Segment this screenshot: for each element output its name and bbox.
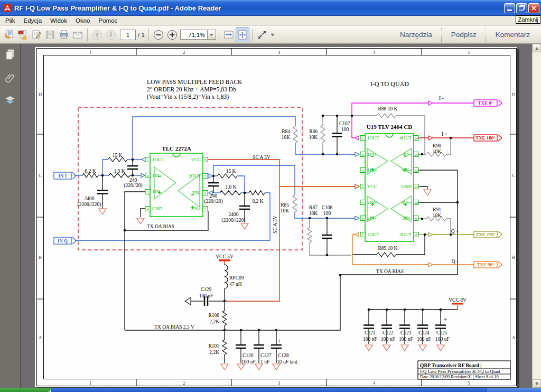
schematic-label: VCC bbox=[191, 157, 201, 162]
chevron-down-icon bbox=[209, 33, 213, 37]
vertical-scrollbar[interactable]: ▲ ▼ bbox=[532, 44, 541, 388]
schematic-label: 1 bbox=[89, 380, 91, 386]
restore-button[interactable] bbox=[516, 3, 527, 13]
schematic-label: B bbox=[39, 255, 42, 260]
zoom-in-button[interactable] bbox=[165, 27, 179, 42]
document-canvas[interactable]: 1122334455DDCCBBAA11OUT21IN-31IN+4GND8VC… bbox=[21, 44, 532, 388]
schematic-label: U19 TLV 2464 CD bbox=[367, 124, 412, 130]
schematic-label: TXE 90° bbox=[477, 262, 495, 267]
schematic-label: + bbox=[278, 338, 282, 345]
save-button[interactable] bbox=[43, 27, 57, 42]
schematic-label: 2 bbox=[183, 380, 185, 386]
layers-icon[interactable] bbox=[4, 95, 16, 107]
schematic-label: 15 K bbox=[113, 153, 123, 158]
schematic-label: IN I bbox=[59, 173, 67, 179]
start-button[interactable] bbox=[0, 388, 51, 392]
schematic-label: 2 bbox=[183, 50, 185, 55]
schematic-label: 3 bbox=[278, 380, 280, 386]
page-number-input[interactable] bbox=[120, 30, 136, 40]
menu-okno[interactable]: Okno bbox=[71, 17, 95, 24]
schematic-label: I - bbox=[439, 96, 444, 101]
schematic-label: 10K bbox=[282, 135, 291, 140]
schematic-label: 10K bbox=[309, 211, 318, 216]
print-button[interactable] bbox=[57, 27, 71, 42]
schematic-label: Q + bbox=[451, 229, 459, 234]
schematic-label: TX OA BIAS 2,5 V bbox=[154, 324, 194, 330]
system-tray[interactable] bbox=[487, 388, 541, 392]
taskbar-main[interactable] bbox=[51, 388, 487, 392]
menu-widok[interactable]: Widok bbox=[46, 17, 71, 24]
schematic-label: 1.0 K bbox=[225, 184, 236, 190]
fit-width-icon bbox=[223, 30, 234, 40]
zoom-level-value[interactable]: 71,1% bbox=[180, 30, 207, 40]
schematic-label: 1IN+ bbox=[152, 189, 162, 194]
page-total-label: / 1 bbox=[138, 32, 145, 38]
schematic-label: 2 bbox=[147, 174, 148, 178]
schematic-label: 100 uF bbox=[435, 337, 450, 342]
schematic-label: R86 bbox=[309, 129, 318, 134]
schematic-label: QRP Transceiver RF Board | bbox=[420, 363, 481, 368]
title-bar[interactable]: RF I-Q Low Pass Preamplifier & I-Q to Qu… bbox=[0, 0, 541, 16]
zoom-dropdown-button[interactable] bbox=[207, 30, 216, 40]
schematic-label: 5 bbox=[362, 201, 363, 204]
schematic-label: 100 bbox=[323, 211, 331, 216]
schematic-label: TXE 0° bbox=[478, 100, 493, 106]
fit-page-button[interactable] bbox=[236, 27, 249, 42]
create-pdf-button[interactable] bbox=[16, 27, 30, 42]
schematic-label: D bbox=[39, 92, 42, 97]
window-title: RF I-Q Low Pass Preamplifier & I-Q to Qu… bbox=[14, 4, 503, 12]
minimize-button[interactable] bbox=[504, 3, 515, 13]
schematic-label: R87 bbox=[309, 205, 318, 210]
sign-panel-button[interactable]: Podpisz bbox=[442, 29, 486, 41]
schematic-label: IN Q bbox=[58, 238, 68, 244]
schematic-label: 1 uF bbox=[260, 359, 269, 365]
schematic-label: 4IN- bbox=[403, 152, 412, 157]
toolbar-overflow-button[interactable] bbox=[269, 27, 276, 42]
schematic-label: I-Q Low Pass Preamplifier & I-Q to Quad bbox=[420, 369, 500, 374]
page-thumbnails-icon[interactable] bbox=[4, 48, 16, 61]
close-icon: × bbox=[531, 4, 537, 12]
email-button[interactable] bbox=[71, 27, 85, 42]
schematic-label: 15 K bbox=[226, 169, 236, 174]
fit-page-icon bbox=[237, 30, 248, 40]
fullscreen-button[interactable] bbox=[255, 27, 269, 42]
open-button[interactable] bbox=[2, 27, 16, 42]
fullscreen-icon bbox=[257, 30, 267, 40]
schematic-label: 3OUT bbox=[399, 232, 412, 237]
previous-page-button[interactable] bbox=[90, 27, 104, 42]
schematic-label: 47 uH bbox=[229, 282, 242, 287]
schematic-label: SC A 5V bbox=[253, 155, 270, 160]
adobe-reader-icon bbox=[3, 3, 12, 13]
tools-panel-button[interactable]: Narzędzia bbox=[391, 29, 441, 41]
comment-panel-button[interactable]: Komentarz bbox=[487, 29, 539, 41]
schematic-label: 8 bbox=[204, 158, 206, 162]
schematic-label: 10K bbox=[309, 135, 318, 140]
schematic-label: TX OA BIAS bbox=[376, 269, 404, 274]
schematic-label: 1OUT bbox=[367, 135, 379, 141]
email-icon bbox=[72, 30, 83, 40]
zoom-out-button[interactable] bbox=[152, 27, 165, 42]
schematic-label: 2,2K bbox=[209, 350, 219, 355]
next-page-button[interactable] bbox=[104, 27, 118, 42]
schematic-label: 5 bbox=[204, 207, 206, 211]
zoom-level-combo[interactable]: 71,1% bbox=[180, 30, 216, 40]
zoom-in-icon bbox=[167, 30, 178, 40]
menu-plik[interactable]: Plik bbox=[1, 17, 20, 24]
close-button[interactable]: × bbox=[528, 3, 539, 13]
menu-pomoc[interactable]: Pomoc bbox=[95, 17, 122, 24]
scroll-down-button[interactable]: ▼ bbox=[533, 379, 541, 388]
schematic-label: (Vout=Vin x (15/8,2)=Vin x 1,83) bbox=[147, 94, 229, 100]
pdf-page-schematic: 1122334455DDCCBBAA11OUT21IN-31IN+4GND8VC… bbox=[32, 45, 520, 388]
sign-button[interactable] bbox=[30, 27, 43, 42]
attachments-icon[interactable] bbox=[4, 71, 16, 84]
schematic-label: LOW PASS MULTIPLE FEED BACK bbox=[147, 79, 242, 85]
schematic-label: 2IN+ bbox=[367, 200, 377, 205]
fit-width-button[interactable] bbox=[222, 27, 236, 42]
schematic-label: 3 bbox=[147, 190, 148, 194]
scroll-up-button[interactable]: ▲ bbox=[533, 44, 541, 52]
schematic-label: GND bbox=[402, 184, 412, 189]
schematic-label: A bbox=[512, 335, 516, 340]
menu-edycja[interactable]: Edycja bbox=[20, 17, 46, 24]
schematic-label: R85 bbox=[281, 202, 289, 208]
schematic-label: TXE 270° bbox=[475, 232, 496, 237]
